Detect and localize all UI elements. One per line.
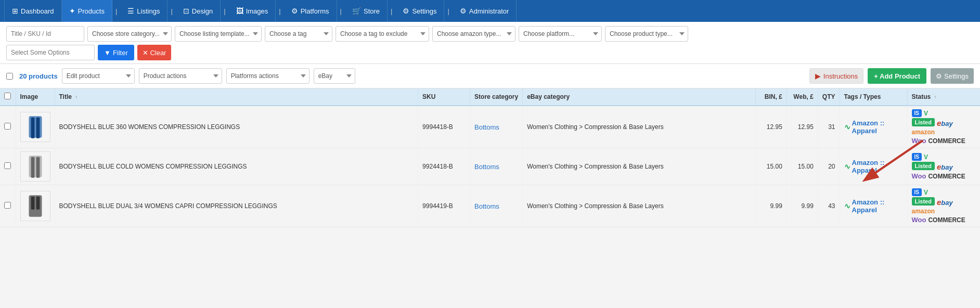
table-wrapper: Image Title ↑ SKU Store category eBay ca… [0, 88, 980, 227]
row2-listed-badge: Listed [912, 162, 935, 170]
images-icon: 🖼 [236, 7, 243, 15]
nav-listings-label: Listings [137, 7, 160, 15]
row1-qty: 31 [818, 106, 840, 148]
nav-administrator[interactable]: ⚙ Administrator [453, 0, 517, 22]
table-row: BODYSHELL BLUE 360 WOMENS COMPRESSION LE… [0, 106, 980, 148]
row1-amazon-platform: amazon [912, 129, 976, 136]
row1-title: BODYSHELL BLUE 360 WOMENS COMPRESSION LE… [55, 106, 418, 148]
th-title[interactable]: Title ↑ [55, 88, 418, 106]
row2-web: 15.00 [786, 148, 818, 185]
amazon-type-select[interactable]: Choose amazon type... [432, 26, 515, 42]
settings-button[interactable]: ⚙ Settings [931, 68, 974, 84]
row2-tags: ∿ Amazon :: Apparel [840, 148, 907, 185]
tag-select[interactable]: Choose a tag [265, 26, 332, 42]
row1-store-cat-link[interactable]: Bottoms [474, 123, 499, 131]
nav-settings[interactable]: ⚙ Settings [395, 0, 444, 22]
amazon-tag-icon: ∿ [844, 123, 850, 131]
row1-checkbox-cell [0, 106, 16, 148]
tag-exclude-select[interactable]: Choose a tag to exclude [336, 26, 429, 42]
store-category-select[interactable]: Choose store category... [87, 26, 172, 42]
row1-ebay-category: Women's Clothing > Compression & Base La… [523, 106, 756, 148]
row1-image-cell [16, 106, 55, 148]
row2-woo-platform: WooCOMMERCE [912, 172, 976, 180]
row1-commerce-text: COMMERCE [928, 137, 965, 145]
row2-product-image [20, 151, 50, 182]
row3-ebay-platform: Listed ebay [912, 197, 976, 207]
th-bin: BIN, £ [755, 88, 786, 106]
row1-status-flags: IS V [912, 109, 976, 117]
nav-listings[interactable]: ☰ Listings [120, 0, 167, 22]
row2-tag-link[interactable]: Amazon :: Apparel [852, 159, 903, 174]
row2-ebay-icon: ebay [937, 162, 953, 171]
row2-checkbox[interactable] [4, 162, 11, 169]
nav-store-label: Store [364, 7, 380, 15]
nav-images[interactable]: 🖼 Images [229, 0, 276, 22]
svg-rect-3 [31, 118, 34, 138]
svg-rect-4 [36, 118, 40, 138]
select-some-input[interactable] [6, 45, 95, 60]
th-status: Status ↑ [907, 88, 980, 106]
row3-web: 9.99 [786, 185, 818, 227]
nav-platforms[interactable]: ⚙ Platforms [284, 0, 337, 22]
row3-checkbox[interactable] [4, 202, 11, 209]
listing-template-select[interactable]: Choose listing template... [175, 26, 262, 42]
nav-dashboard-label: Dashboard [21, 7, 54, 15]
row1-status-v: V [924, 110, 928, 117]
title-sku-input[interactable] [6, 26, 84, 42]
nav-dashboard[interactable]: ⊞ Dashboard [4, 0, 62, 22]
navbar: ⊞ Dashboard ✦ Products | ☰ Listings | ⊡ … [0, 0, 980, 22]
row3-bin: 9.99 [755, 185, 786, 227]
platforms-actions-select[interactable]: Platforms actions [226, 68, 310, 84]
row3-status: IS V Listed ebay amazon WooCOMMERCE [907, 185, 980, 227]
th-web: Web, £ [786, 88, 818, 106]
row3-tag-link[interactable]: Amazon :: Apparel [852, 198, 903, 214]
dashboard-icon: ⊞ [12, 7, 18, 15]
nav-design[interactable]: ⊡ Design [176, 0, 221, 22]
platform-select[interactable]: Choose platform... [519, 26, 602, 42]
header-checkbox[interactable] [4, 93, 11, 99]
sep7: | [447, 7, 449, 15]
add-product-button[interactable]: + Add Product [868, 68, 926, 84]
product-type-select[interactable]: Choose product type... [605, 26, 688, 42]
nav-store[interactable]: 🛒 Store [345, 0, 388, 22]
nav-platforms-label: Platforms [301, 7, 329, 15]
table-row: BODYSHELL BLUE COLD WOMENS COMPRESSION L… [0, 148, 980, 185]
edit-product-select[interactable]: Edit product [62, 68, 135, 84]
row1-platforms: IS V Listed ebay amazon WooCOMMERCE [912, 109, 976, 145]
row3-tags: ∿ Amazon :: Apparel [840, 185, 907, 227]
row2-status-is: IS [912, 153, 922, 161]
ebay-select[interactable]: eBay [314, 68, 355, 84]
row2-commerce-text: COMMERCE [928, 173, 965, 180]
row2-qty: 20 [818, 148, 840, 185]
filter-row-2: ▼ Filter ✕ Clear [6, 45, 974, 60]
row2-checkbox-cell [0, 148, 16, 185]
svg-rect-7 [36, 157, 40, 178]
row3-store-cat-link[interactable]: Bottoms [474, 202, 499, 210]
nav-products[interactable]: ✦ Products [62, 0, 112, 22]
row1-status-is: IS [912, 109, 922, 117]
th-tags: Tags / Types [840, 88, 907, 106]
row1-tag-link[interactable]: Amazon :: Apparel [852, 119, 903, 135]
row3-image-cell [16, 185, 55, 227]
row1-tag-badge: ∿ Amazon :: Apparel [844, 119, 903, 135]
product-actions-select[interactable]: Product actions [139, 68, 222, 84]
select-all-checkbox[interactable] [6, 73, 13, 80]
clear-button[interactable]: ✕ Clear [137, 45, 172, 60]
filter-button[interactable]: ▼ Filter [98, 45, 134, 60]
row3-store-category: Bottoms [470, 185, 523, 227]
sep6: | [391, 7, 392, 15]
svg-rect-2 [29, 116, 42, 138]
row2-image-cell [16, 148, 55, 185]
row1-checkbox[interactable] [4, 123, 11, 130]
instructions-button[interactable]: ▶ Instructions [809, 68, 863, 84]
design-icon: ⊡ [183, 7, 189, 15]
sep2: | [171, 7, 172, 15]
row3-checkbox-cell [0, 185, 16, 227]
th-ebay-category: eBay category [523, 88, 756, 106]
row2-status: IS V Listed ebay WooCOMMERCE [907, 148, 980, 185]
row3-ebay-category: Women's Clothing > Compression & Base La… [523, 185, 756, 227]
row1-sku: 9994418-B [418, 106, 470, 148]
row2-status-v: V [924, 153, 928, 161]
row3-title: BODYSHELL BLUE DUAL 3/4 WOMENS CAPRI COM… [55, 185, 418, 227]
row2-store-cat-link[interactable]: Bottoms [474, 163, 499, 171]
